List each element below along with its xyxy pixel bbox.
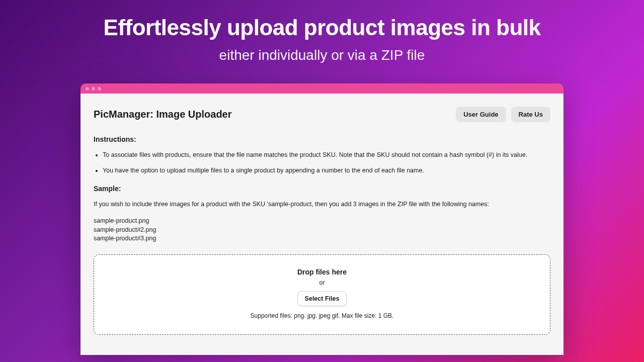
hero-subtitle: either individually or via a ZIP file bbox=[219, 47, 425, 63]
titlebar-dot-maximize[interactable] bbox=[98, 87, 101, 90]
app-header: PicManager: Image Uploader User Guide Ra… bbox=[94, 107, 550, 122]
app-body: PicManager: Image Uploader User Guide Ra… bbox=[80, 94, 564, 355]
titlebar-dot-close[interactable] bbox=[86, 87, 89, 90]
instruction-item: To associate files with products, ensure… bbox=[103, 150, 550, 160]
sample-label: Sample: bbox=[94, 185, 550, 193]
dropzone-or: or bbox=[104, 279, 540, 286]
file-dropzone[interactable]: Drop files here or Select Files Supporte… bbox=[94, 254, 550, 335]
dropzone-support-text: Supported files: png. jpg. jpeg gif. Max… bbox=[104, 312, 540, 319]
dropzone-title: Drop files here bbox=[104, 268, 540, 276]
instructions-label: Instructions: bbox=[94, 135, 550, 143]
app-title: PicManager: Image Uploader bbox=[94, 109, 232, 120]
hero-title: Effortlessly upload product images in bu… bbox=[104, 15, 541, 40]
instruction-item: You have the option to upload multiple f… bbox=[103, 166, 550, 175]
app-header-buttons: User Guide Rate Us bbox=[456, 107, 550, 122]
sample-filenames: sample-product.png sample-product#2.png … bbox=[94, 217, 550, 243]
sample-description: If you wish to include three images for … bbox=[94, 200, 550, 209]
titlebar-dot-minimize[interactable] bbox=[92, 87, 95, 90]
app-window: PicManager: Image Uploader User Guide Ra… bbox=[80, 83, 564, 355]
rate-us-button[interactable]: Rate Us bbox=[511, 107, 550, 122]
window-titlebar bbox=[80, 83, 564, 94]
user-guide-button[interactable]: User Guide bbox=[456, 107, 506, 122]
select-files-button[interactable]: Select Files bbox=[297, 291, 347, 306]
instructions-list: To associate files with products, ensure… bbox=[94, 150, 550, 175]
